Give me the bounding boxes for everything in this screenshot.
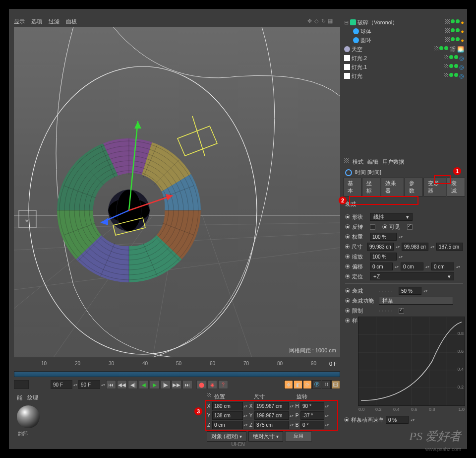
callout-box-2: [349, 196, 418, 205]
hierarchy-row[interactable]: ⊟ 破碎（Voronoi） ●: [342, 18, 466, 27]
attr-object-title: 时间 [时间]: [355, 169, 381, 176]
offset-x-field[interactable]: [370, 262, 393, 270]
hierarchy-row[interactable]: 天空 🎬🌅: [342, 45, 466, 54]
menu-display[interactable]: 显示: [14, 18, 25, 25]
attr-tab-mode[interactable]: 模式: [353, 158, 363, 166]
tab-basic[interactable]: 基本: [343, 178, 361, 196]
prev-frame-button[interactable]: ◀|: [128, 380, 138, 389]
material-tab-capability[interactable]: 能: [17, 394, 22, 401]
callout-box-3: [205, 400, 338, 431]
material-preview-sphere[interactable]: [17, 405, 40, 428]
svg-line-36: [192, 116, 205, 156]
clock-icon: [345, 169, 352, 176]
menu-filter[interactable]: 过滤: [49, 18, 60, 25]
orientation-dropdown[interactable]: +Z▾: [370, 272, 454, 280]
timeline-start-field[interactable]: [14, 380, 29, 389]
falloff-field[interactable]: [399, 287, 421, 295]
rotation-header: 旋转: [297, 393, 331, 400]
clamp-checkbox[interactable]: [399, 308, 404, 314]
watermark-logo: UI·CN: [231, 442, 244, 447]
svg-marker-31: [134, 121, 141, 129]
coord-mode-dropdown[interactable]: 对象 (相对) ▾: [207, 431, 246, 442]
play-forward-button[interactable]: ▶: [150, 380, 160, 389]
offset-y-field[interactable]: [401, 262, 423, 270]
svg-marker-33: [101, 218, 108, 225]
callout-badge-1: 1: [453, 167, 461, 175]
transport-bar: ▴▾ ▴▾ ⏮ ◀◀ ◀| ◀ ▶ |▶ ▶▶ ⏭ ⬤ ◉ ? ✥ ◧ ⟳ Ⓟ …: [14, 379, 340, 390]
timeline-ruler[interactable]: 10 20 30 40 50 60 70 80 90 0 F: [14, 359, 340, 371]
grip-icon[interactable]: [207, 393, 211, 397]
svg-line-5: [202, 215, 252, 357]
object-hierarchy: ⊟ 破碎（Voronoi） ● 球体 ● 圆环 ● 天空 🎬🌅 灯光.2 ◎ 灯…: [342, 18, 466, 87]
menu-panel[interactable]: 面板: [66, 18, 77, 25]
position-header: 位置: [211, 393, 254, 400]
watermark-text: PS 爱好者: [409, 428, 461, 444]
next-key-button[interactable]: ▶▶: [172, 380, 181, 389]
viewport-menu: 显示 选项 过滤 面板: [14, 18, 77, 25]
spline-speed-field[interactable]: [386, 416, 409, 424]
hierarchy-row[interactable]: 灯光.2 ◎: [342, 54, 466, 63]
scale-field[interactable]: [370, 253, 397, 261]
prev-key-button[interactable]: ◀◀: [117, 380, 127, 389]
param-icon[interactable]: Ⓟ: [312, 380, 321, 389]
tab-effector[interactable]: 效果器: [381, 178, 404, 196]
hierarchy-row[interactable]: 灯光.1 ◎: [342, 63, 466, 71]
tab-parameter[interactable]: 参数: [405, 178, 423, 196]
shape-dropdown[interactable]: 线性▾: [370, 213, 413, 221]
timeline-cur-field[interactable]: [78, 380, 100, 389]
timeline-end-field[interactable]: [51, 380, 72, 389]
viewport-config-icons[interactable]: ✥◇↻▦: [306, 18, 333, 24]
current-frame-label: 0 F: [329, 361, 337, 367]
callout-badge-2: 2: [339, 196, 347, 204]
spline-speed-label: 样条动画速率: [351, 416, 384, 424]
offset-z-field[interactable]: [431, 262, 454, 270]
spline-graph[interactable]: 0.8 0.6 0.4 0.2 0.0 0.2 0.4 0.6 0.8 1.0: [358, 317, 465, 406]
size-y-field[interactable]: [402, 243, 428, 251]
invert-checkbox[interactable]: [370, 224, 375, 230]
record-button[interactable]: ⬤: [196, 380, 206, 389]
size-x-field[interactable]: [367, 243, 394, 251]
autokey-button[interactable]: ◉: [207, 380, 217, 389]
move-tool-icon[interactable]: ✥: [284, 380, 293, 389]
next-frame-button[interactable]: |▶: [161, 380, 171, 389]
film-icon[interactable]: 🎞: [331, 380, 340, 389]
timeline-track[interactable]: [14, 371, 340, 377]
size-mode-dropdown[interactable]: 绝对尺寸 ▾: [248, 431, 283, 442]
keyframe-button[interactable]: ?: [218, 380, 228, 389]
hierarchy-row[interactable]: 圆环 ●: [342, 36, 466, 45]
goto-end-button[interactable]: ⏭: [182, 380, 192, 389]
size-z-field[interactable]: [436, 243, 463, 251]
callout-badge-3: 3: [194, 407, 202, 415]
scale-tool-icon[interactable]: ◧: [294, 380, 302, 389]
callout-box-1: [434, 175, 451, 184]
goto-start-button[interactable]: ⏮: [106, 380, 116, 389]
grid-spacing-label: 网格间距 : 1000 cm: [289, 347, 336, 354]
attr-tab-userdata[interactable]: 用户数据: [382, 158, 404, 166]
watermark-url: www.psahz.com: [425, 447, 461, 452]
rotate-tool-icon[interactable]: ⟳: [303, 380, 312, 389]
hierarchy-row[interactable]: 灯光 ◎: [342, 71, 466, 80]
menu-options[interactable]: 选项: [31, 18, 42, 25]
attr-tab-edit[interactable]: 编辑: [367, 158, 378, 166]
point-level-icon[interactable]: ⠿: [322, 380, 331, 389]
viewport-3d[interactable]: ✳ 网格间距 : 1000 cm: [14, 27, 340, 357]
play-backward-button[interactable]: ◀: [139, 380, 149, 389]
hierarchy-row[interactable]: 球体 ●: [342, 27, 466, 36]
tab-coord[interactable]: 坐标: [362, 178, 380, 196]
material-name: 韵部: [18, 430, 202, 437]
material-tab-texture[interactable]: 纹理: [27, 394, 38, 401]
material-panel: 能 纹理 韵部: [14, 392, 202, 442]
grip-icon[interactable]: [344, 158, 349, 163]
visible-checkbox[interactable]: [407, 224, 413, 230]
apply-button[interactable]: 应用: [285, 431, 312, 442]
weight-field[interactable]: [370, 233, 397, 241]
size-header: 尺寸: [254, 393, 297, 400]
function-dropdown[interactable]: 样条: [379, 297, 453, 305]
svg-text:✳: ✳: [25, 218, 29, 224]
